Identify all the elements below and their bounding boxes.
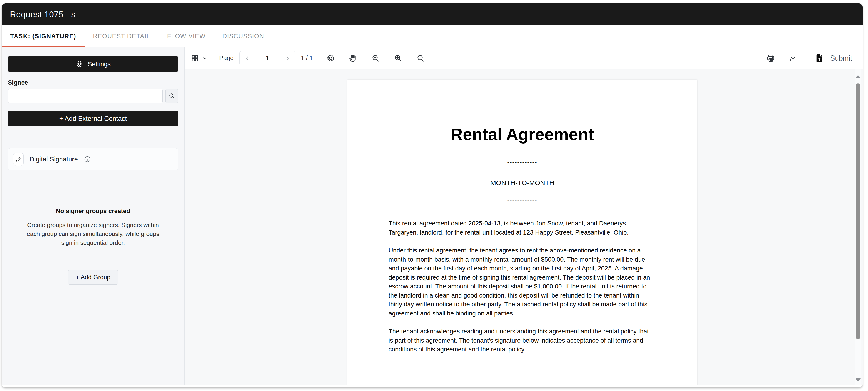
search-icon bbox=[168, 92, 176, 100]
settings-button[interactable]: Settings bbox=[8, 56, 178, 72]
download-icon bbox=[788, 53, 798, 63]
info-icon[interactable] bbox=[84, 156, 91, 163]
scrollbar-down-arrow-icon[interactable] bbox=[856, 379, 861, 382]
add-group-button[interactable]: + Add Group bbox=[68, 270, 118, 284]
sidebar: Settings Signee + Add External Contact bbox=[2, 47, 185, 385]
submit-document-icon bbox=[815, 53, 825, 63]
document-page: Rental Agreement ------------ MONTH-TO-M… bbox=[347, 80, 697, 385]
search-icon bbox=[416, 54, 425, 63]
tab-bar: TASK: (SIGNATURE) REQUEST DETAIL FLOW VI… bbox=[2, 26, 863, 47]
tab-request-detail[interactable]: REQUEST DETAIL bbox=[85, 26, 159, 47]
app-window: Request 1075 - s TASK: (SIGNATURE) REQUE… bbox=[2, 3, 863, 387]
content-area: Settings Signee + Add External Contact bbox=[2, 47, 863, 385]
gear-icon bbox=[75, 60, 84, 68]
toolbar-divider bbox=[432, 47, 432, 69]
document-search-button[interactable] bbox=[409, 47, 432, 69]
zoom-in-icon bbox=[394, 54, 403, 63]
document-separator: ------------ bbox=[347, 159, 697, 166]
digital-signature-label: Digital Signature bbox=[30, 156, 78, 163]
settings-button-label: Settings bbox=[88, 60, 111, 68]
signee-search-row bbox=[8, 89, 178, 103]
document-scrollbar[interactable] bbox=[855, 69, 861, 385]
next-page-button[interactable] bbox=[280, 51, 295, 65]
zoom-out-button[interactable] bbox=[365, 47, 387, 69]
document-body: This rental agreement dated 2025-04-13, … bbox=[389, 219, 653, 354]
document-paragraph: The tenant acknowledges reading and unde… bbox=[389, 327, 653, 354]
page-count-indicator: 1 / 1 bbox=[301, 55, 313, 62]
viewer-toolbar: Page 1 bbox=[185, 47, 863, 69]
signee-label: Signee bbox=[8, 79, 178, 86]
hand-icon bbox=[348, 54, 358, 63]
page-navigation bbox=[240, 51, 296, 65]
signee-search-button[interactable] bbox=[165, 89, 178, 103]
download-button[interactable] bbox=[782, 47, 804, 69]
print-button[interactable] bbox=[760, 47, 782, 69]
submit-button-label: Submit bbox=[830, 54, 852, 62]
printer-icon bbox=[766, 53, 776, 63]
toolbar-right-group: Submit bbox=[760, 47, 863, 69]
scrollbar-up-arrow-icon[interactable] bbox=[856, 75, 861, 78]
tab-flow-view[interactable]: FLOW VIEW bbox=[159, 26, 214, 47]
zoom-out-icon bbox=[371, 54, 380, 63]
document-viewport[interactable]: Rental Agreement ------------ MONTH-TO-M… bbox=[185, 69, 863, 385]
signee-input[interactable] bbox=[8, 89, 163, 103]
chevron-right-icon bbox=[285, 55, 290, 61]
page-label: Page bbox=[219, 55, 234, 62]
page-layout-button[interactable] bbox=[191, 54, 213, 62]
add-external-contact-button[interactable]: + Add External Contact bbox=[8, 111, 178, 126]
document-subtitle: MONTH-TO-MONTH bbox=[347, 179, 697, 187]
chevron-left-icon bbox=[244, 55, 250, 61]
document-paragraph: This rental agreement dated 2025-04-13, … bbox=[389, 219, 653, 237]
add-external-contact-label: + Add External Contact bbox=[59, 115, 127, 122]
grid-layout-icon bbox=[191, 54, 199, 62]
document-separator: ------------ bbox=[347, 197, 697, 204]
scrollbar-thumb[interactable] bbox=[856, 83, 860, 339]
prev-page-button[interactable] bbox=[240, 51, 255, 65]
gear-icon bbox=[326, 54, 335, 63]
document-title: Rental Agreement bbox=[347, 125, 697, 144]
pan-tool-button[interactable] bbox=[342, 47, 364, 69]
tab-task-signature[interactable]: TASK: (SIGNATURE) bbox=[2, 26, 85, 47]
submit-button[interactable]: Submit bbox=[804, 47, 863, 69]
document-paragraph: Under this rental agreement, the tenant … bbox=[389, 246, 653, 318]
toolbar-left-group: Page 1 bbox=[191, 47, 432, 69]
page-title: Request 1075 - s bbox=[10, 10, 75, 19]
viewer-settings-button[interactable] bbox=[319, 47, 342, 69]
page-number-input[interactable] bbox=[255, 51, 280, 65]
empty-state-description: Create groups to organize signers. Signe… bbox=[26, 221, 160, 247]
chevron-down-icon bbox=[202, 56, 207, 61]
zoom-in-button[interactable] bbox=[387, 47, 409, 69]
signature-pen-icon bbox=[13, 152, 24, 166]
signer-groups-empty-state: No signer groups created Create groups t… bbox=[8, 208, 178, 247]
window-header: Request 1075 - s bbox=[2, 3, 863, 26]
digital-signature-card[interactable]: Digital Signature bbox=[8, 148, 178, 170]
document-viewer: Page 1 bbox=[185, 47, 863, 385]
tab-discussion[interactable]: DISCUSSION bbox=[214, 26, 273, 47]
empty-state-title: No signer groups created bbox=[8, 208, 178, 215]
